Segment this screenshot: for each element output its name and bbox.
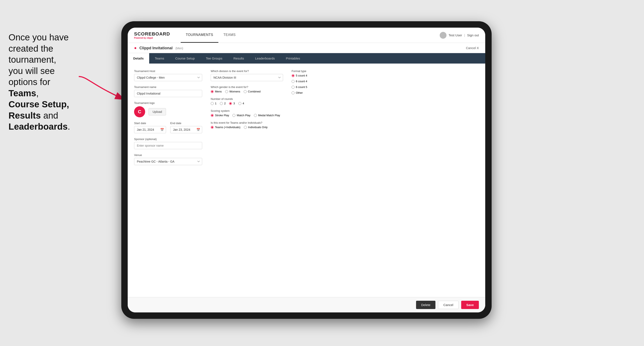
start-date-wrap: 📅 xyxy=(134,126,166,133)
format-group: Format type 5 count 4 6 count 4 6 count … xyxy=(292,69,351,94)
upload-button[interactable]: Upload xyxy=(148,108,166,115)
gender-combined[interactable]: Combined xyxy=(244,90,260,93)
tablet-frame: SCOREBOARD Powered by clippd TOURNAMENTS… xyxy=(121,21,492,319)
sub-tab-results[interactable]: Results xyxy=(228,53,250,64)
logo-label: Tournament logo xyxy=(134,101,202,105)
rounds-group: Number of rounds 1 2 3 xyxy=(211,97,283,105)
team-individuals[interactable]: Individuals Only xyxy=(244,126,268,129)
format-label: Format type xyxy=(292,69,351,73)
main-nav: TOURNAMENTS TEAMS xyxy=(181,28,241,43)
rounds-label: Number of rounds xyxy=(211,97,283,101)
sponsor-input[interactable] xyxy=(134,142,202,149)
scoring-label: Scoring system xyxy=(211,109,283,112)
scoring-medal-match[interactable]: Medal Match Play xyxy=(254,114,280,117)
intro-bold2: Course Setup, xyxy=(8,99,69,109)
intro-line4: you will see xyxy=(8,66,55,76)
form-area: Tournament Host Clippd College - Men Tou… xyxy=(128,64,485,297)
separator: | xyxy=(464,33,465,37)
host-label: Tournament Host xyxy=(134,69,202,73)
format-radio-group: 5 count 4 6 count 4 6 count 5 Other xyxy=(292,74,351,94)
name-input[interactable] xyxy=(134,90,202,97)
start-date-label: Start date xyxy=(134,122,166,125)
format-6count5[interactable]: 6 count 5 xyxy=(292,85,351,89)
logo-upload-area: C Upload xyxy=(134,106,202,117)
form-col-right: Format type 5 count 4 6 count 4 6 count … xyxy=(292,69,351,291)
scoring-radio-group: Stroke Play Match Play Medal Match Play xyxy=(211,114,283,117)
scoring-stroke[interactable]: Stroke Play xyxy=(211,114,229,117)
app-header: SCOREBOARD Powered by clippd TOURNAMENTS… xyxy=(128,28,485,43)
sub-tab-tee-groups[interactable]: Tee Groups xyxy=(200,53,228,64)
division-select[interactable]: NCAA Division III xyxy=(211,74,283,81)
gender-label: Which gender is the event for? xyxy=(211,85,283,89)
sub-tab-leaderboards[interactable]: Leaderboards xyxy=(250,53,280,64)
cancel-x-icon: X xyxy=(477,46,479,50)
main-content: Tournament Host Clippd College - Men Tou… xyxy=(128,64,485,312)
form-col-left: Tournament Host Clippd College - Men Tou… xyxy=(134,69,202,291)
logo-title: SCOREBOARD xyxy=(134,31,170,37)
sign-out-link[interactable]: Sign out xyxy=(467,33,479,37)
cancel-label: Cancel xyxy=(466,46,476,50)
gender-radio-group: Mens Womens Combined xyxy=(211,90,283,93)
rounds-3[interactable]: 3 xyxy=(229,102,235,105)
tournament-name-text: Clippd Invitational xyxy=(140,46,172,50)
tournament-bar: ● Clippd Invitational (Men) Cancel X xyxy=(128,43,485,53)
tournament-name-group: Tournament name xyxy=(134,85,202,97)
tournament-title-area: ● Clippd Invitational (Men) xyxy=(134,45,183,50)
logo-area: SCOREBOARD Powered by clippd xyxy=(134,31,170,39)
tournament-tag: (Men) xyxy=(175,46,183,50)
sub-tab-teams[interactable]: Teams xyxy=(149,53,170,64)
calendar-icon-end: 📅 xyxy=(196,128,200,131)
intro-bold1: Teams xyxy=(8,88,36,98)
scoring-match[interactable]: Match Play xyxy=(232,114,250,117)
end-date-group: End date 📅 xyxy=(170,122,202,133)
rounds-radio-group: 1 2 3 4 xyxy=(211,102,283,105)
name-label: Tournament name xyxy=(134,85,202,89)
form-col-middle: Which division is the event for? NCAA Di… xyxy=(211,69,283,291)
team-radio-group: Teams (+Individuals) Individuals Only xyxy=(211,126,283,129)
format-5count4[interactable]: 5 count 4 xyxy=(292,74,351,77)
sub-tab-printables[interactable]: Printables xyxy=(280,53,306,64)
gender-womens[interactable]: Womens xyxy=(225,90,240,93)
sub-nav: Details Teams Course Setup Tee Groups Re… xyxy=(128,53,485,64)
nav-tab-tournaments[interactable]: TOURNAMENTS xyxy=(181,28,218,43)
logo-group: Tournament logo C Upload xyxy=(134,101,202,117)
intro-line1: Once you have xyxy=(8,32,69,42)
rounds-1[interactable]: 1 xyxy=(211,102,216,105)
footer-bar: Delete Cancel Save xyxy=(128,297,485,312)
format-6count4[interactable]: 6 count 4 xyxy=(292,80,351,83)
tournament-name: ● Clippd Invitational (Men) xyxy=(134,46,183,50)
user-avatar xyxy=(440,32,446,39)
nav-tab-teams[interactable]: TEAMS xyxy=(218,28,241,43)
team-teams[interactable]: Teams (+Individuals) xyxy=(211,126,240,129)
division-label: Which division is the event for? xyxy=(211,69,283,73)
delete-button[interactable]: Delete xyxy=(416,301,436,309)
intro-bold3: Results xyxy=(8,111,41,121)
rounds-2[interactable]: 2 xyxy=(220,102,226,105)
cancel-button[interactable]: Cancel xyxy=(438,301,459,309)
intro-line5: options for xyxy=(8,77,50,87)
tournament-icon: ● xyxy=(134,45,137,50)
host-select[interactable]: Clippd College - Men xyxy=(134,74,202,81)
save-button[interactable]: Save xyxy=(461,301,479,309)
team-label: Is this event for Teams and/or Individua… xyxy=(211,121,283,124)
venue-group: Venue Peachtree GC - Atlanta - GA xyxy=(134,154,202,165)
end-date-label: End date xyxy=(170,122,202,125)
sponsor-group: Sponsor (optional) xyxy=(134,138,202,149)
format-other[interactable]: Other xyxy=(292,91,351,94)
end-date-wrap: 📅 xyxy=(170,126,202,133)
gender-mens[interactable]: Mens xyxy=(211,90,222,93)
start-date-group: Start date 📅 xyxy=(134,122,166,133)
logo-circle: C xyxy=(134,106,145,117)
user-name: Test User xyxy=(449,33,462,37)
sub-tab-course-setup[interactable]: Course Setup xyxy=(170,53,200,64)
gender-group: Which gender is the event for? Mens Wome… xyxy=(211,85,283,93)
cancel-tournament-btn[interactable]: Cancel X xyxy=(466,46,479,50)
rounds-4[interactable]: 4 xyxy=(238,102,244,105)
header-user: Test User | Sign out xyxy=(440,32,479,39)
venue-select[interactable]: Peachtree GC - Atlanta - GA xyxy=(134,158,202,165)
venue-label: Venue xyxy=(134,154,202,157)
sub-tab-details[interactable]: Details xyxy=(128,53,149,64)
tournament-host-group: Tournament Host Clippd College - Men xyxy=(134,69,202,81)
calendar-icon-start: 📅 xyxy=(160,128,164,131)
scoring-group: Scoring system Stroke Play Match Play Me… xyxy=(211,109,283,117)
